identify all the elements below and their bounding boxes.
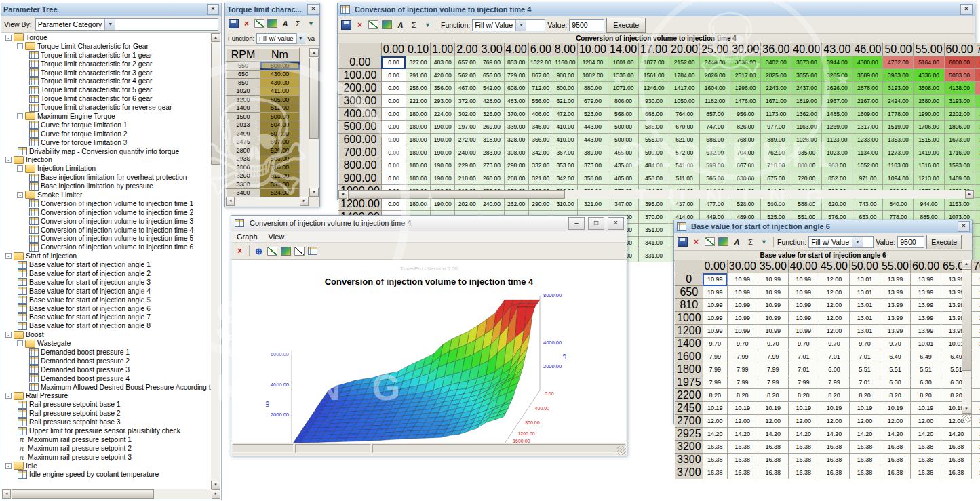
table-cell[interactable]: 1515.00	[914, 134, 944, 146]
conversion-window-titlebar[interactable]: Conversion of injection volume to inject…	[338, 3, 975, 16]
table-cell[interactable]: 16.38	[911, 466, 941, 479]
table-cell[interactable]: 224.00	[431, 108, 455, 121]
tree-item[interactable]: -Torque	[3, 33, 211, 42]
tree-item[interactable]: Base value for start of injection angle …	[3, 304, 211, 313]
table-cell[interactable]: 342.00	[528, 146, 553, 159]
table-cell[interactable]: 12.00	[788, 415, 819, 428]
table-cell[interactable]: 10.99	[703, 325, 727, 338]
column-header[interactable]: 17.00	[639, 43, 669, 56]
table-cell[interactable]: 10.19	[727, 402, 758, 415]
column-header[interactable]: 30.00	[730, 43, 761, 56]
tree-item[interactable]: Base injection limitation for overheat p…	[3, 173, 211, 182]
table-cell[interactable]: 1363.00	[975, 198, 980, 211]
table-cell[interactable]: 10.99	[727, 273, 758, 286]
table-cell[interactable]: 7.01	[819, 350, 849, 363]
table-cell[interactable]: 0.00	[381, 134, 406, 146]
text-format-button[interactable]: A	[279, 18, 291, 29]
table-cell[interactable]: 13.99	[972, 325, 980, 338]
table-cell[interactable]: 10.19	[849, 402, 880, 415]
table-cell[interactable]: 12.00	[972, 415, 980, 428]
column-header[interactable]: 14.00	[608, 43, 639, 56]
column-header[interactable]: 8.00	[553, 43, 577, 56]
table-cell[interactable]: 1233.00	[852, 134, 883, 146]
table-cell[interactable]: 12.00	[819, 415, 849, 428]
table-cell[interactable]: 7.99	[758, 376, 788, 389]
table-view-button[interactable]	[307, 245, 319, 256]
table-cell[interactable]: 1353.00	[883, 134, 914, 146]
table-cell[interactable]: 963.00	[822, 159, 852, 172]
row-header[interactable]: 1200	[675, 325, 703, 338]
table-cell[interactable]: 867.00	[528, 69, 553, 82]
table-cell[interactable]: 7.01	[788, 350, 819, 363]
tree-item[interactable]: -Idle	[3, 462, 211, 470]
table-cell[interactable]: 523.00	[577, 108, 608, 121]
table-cell[interactable]: 743.00	[852, 198, 883, 211]
row-header[interactable]: 900.00	[339, 172, 382, 185]
table-cell[interactable]: 542.00	[479, 82, 504, 95]
table-cell[interactable]: 0.00	[381, 56, 406, 69]
row-header[interactable]: 2925	[675, 428, 703, 441]
column-header[interactable]: 55.00	[880, 260, 910, 273]
column-header[interactable]: 6.00	[528, 43, 553, 56]
table-cell[interactable]: 353.00	[553, 159, 577, 172]
table-cell[interactable]: 1317.00	[852, 121, 883, 134]
table-cell[interactable]: 800.00	[553, 82, 577, 95]
row-header[interactable]: 200.00	[339, 82, 382, 95]
table-cell[interactable]: 1593.00	[944, 159, 975, 172]
table-cell[interactable]: 370.00	[504, 108, 528, 121]
function-select[interactable]: Fill w/ Value ▼	[472, 19, 545, 31]
table-cell[interactable]: 16.38	[788, 466, 819, 479]
table-cell[interactable]: 6.49	[880, 350, 910, 363]
table-cell[interactable]: 0.00	[381, 82, 406, 95]
table-cell[interactable]: 1609.00	[852, 108, 883, 121]
table-cell[interactable]: 935.00	[791, 146, 822, 159]
table-cell[interactable]: 16.38	[703, 466, 727, 479]
table-cell[interactable]: 6.49	[972, 350, 980, 363]
tree-item[interactable]: Base value for start of injection angle …	[3, 278, 211, 287]
table-cell[interactable]: 599.00	[700, 159, 730, 172]
table-cell[interactable]: 2825.00	[761, 69, 791, 82]
table-cell[interactable]: 1778.00	[883, 108, 914, 121]
table-cell[interactable]: 10.99	[758, 299, 788, 312]
table-cell[interactable]: 358.00	[577, 172, 608, 185]
table-cell[interactable]: 351.00	[639, 224, 669, 237]
table-cell[interactable]: 1485.00	[822, 108, 852, 121]
table-cell[interactable]: 10.01	[972, 338, 980, 350]
table-cell[interactable]: 511.00	[669, 172, 700, 185]
table-cell[interactable]: 1182.00	[700, 95, 730, 108]
table-cell[interactable]: 8.20	[972, 389, 980, 402]
table-cell[interactable]: 240.00	[455, 146, 479, 159]
surface-chart-button[interactable]	[267, 18, 278, 29]
table-cell[interactable]: 1163.00	[791, 121, 822, 134]
table-cell[interactable]: 500.00	[260, 113, 300, 121]
table-cell[interactable]: 524.00	[260, 188, 300, 197]
surface-chart-button[interactable]	[718, 237, 729, 247]
table-cell[interactable]: 7.99	[758, 350, 788, 363]
table-cell[interactable]: 0.00	[381, 172, 406, 185]
table-cell[interactable]: 4138.00	[944, 82, 975, 95]
table-cell[interactable]: 657.00	[455, 56, 479, 69]
table-cell[interactable]: 13.99	[880, 273, 910, 286]
table-cell[interactable]: 568.00	[608, 108, 639, 121]
table-cell[interactable]: 7.99	[703, 350, 727, 363]
table-cell[interactable]: 16.38	[972, 466, 980, 479]
table-cell[interactable]: 262.00	[504, 198, 528, 211]
table-cell[interactable]: 562.00	[455, 69, 479, 82]
table-cell[interactable]: 13.99	[911, 273, 941, 286]
filter-button[interactable]: ▼	[422, 20, 433, 31]
tree-vertical-scrollbar[interactable]: ▲ ▼	[211, 33, 220, 489]
table-cell[interactable]: 768.00	[730, 134, 761, 146]
row-header[interactable]: 700.00	[339, 146, 382, 159]
close-icon[interactable]: ×	[608, 217, 624, 230]
table-cell[interactable]: 1519.00	[883, 121, 914, 134]
table-cell[interactable]: 272.00	[455, 134, 479, 146]
table-cell[interactable]: 3038.00	[730, 56, 761, 69]
table-cell[interactable]: 7.99	[727, 363, 758, 376]
table-cell[interactable]: 12.00	[819, 299, 849, 312]
table-cell[interactable]: 7.99	[788, 376, 819, 389]
table-cell[interactable]: 9.70	[727, 338, 758, 350]
table-cell[interactable]: 14.20	[880, 428, 910, 441]
table-cell[interactable]: 395.00	[639, 198, 669, 211]
table-cell[interactable]: 971.00	[852, 172, 883, 185]
table-cell[interactable]: 16.38	[788, 441, 819, 454]
